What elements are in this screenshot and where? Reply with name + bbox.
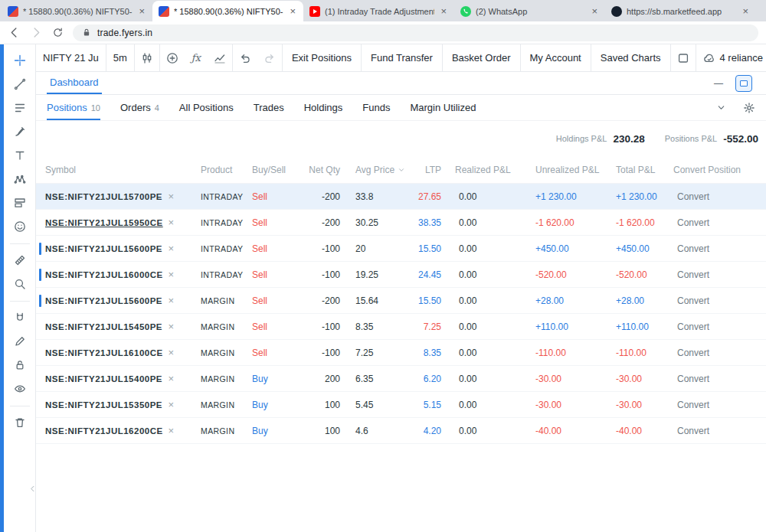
- column-header-avg-price[interactable]: Avg Price: [340, 165, 407, 175]
- long-position-icon[interactable]: [8, 191, 31, 214]
- unrealized-pnl: -30.00: [515, 400, 612, 410]
- net-qty: 100: [304, 400, 340, 410]
- tab-positions[interactable]: Positions10: [47, 95, 100, 120]
- undo-icon[interactable]: [233, 44, 257, 71]
- basket-order-button[interactable]: Basket Order: [443, 44, 520, 71]
- tab-funds[interactable]: Funds: [362, 95, 390, 120]
- convert-button[interactable]: Convert: [669, 426, 765, 436]
- chevron-down-icon[interactable]: [716, 103, 726, 113]
- close-position-icon[interactable]: ×: [168, 269, 174, 280]
- browser-tab[interactable]: (1) Intraday Trade Adjustments |×: [303, 1, 454, 21]
- convert-button[interactable]: Convert: [669, 295, 765, 306]
- back-icon[interactable]: [8, 26, 21, 39]
- reload-icon[interactable]: [52, 27, 64, 38]
- url-bar[interactable]: trade.fyers.in: [73, 24, 758, 41]
- layout-select-icon[interactable]: [671, 44, 696, 71]
- symbol-search-button[interactable]: NIFTY 21 Ju: [36, 44, 106, 71]
- net-qty: -200: [304, 217, 340, 228]
- fund-transfer-button[interactable]: Fund Transfer: [362, 44, 442, 71]
- fib-retracement-icon[interactable]: [8, 96, 31, 119]
- close-position-icon[interactable]: ×: [168, 191, 174, 202]
- close-position-icon[interactable]: ×: [168, 399, 174, 410]
- convert-button[interactable]: Convert: [669, 243, 765, 254]
- convert-button[interactable]: Convert: [669, 374, 765, 384]
- chart-template-icon[interactable]: [208, 44, 232, 71]
- table-row[interactable]: NSE:NIFTY21JUL15700PE×INTRADAYSell-20033…: [36, 184, 766, 210]
- browser-tab[interactable]: (2) WhatsApp×: [454, 1, 605, 21]
- table-row[interactable]: NSE:NIFTY21JUL15400PE×MARGINBuy2006.356.…: [36, 366, 766, 392]
- eye-icon[interactable]: [8, 377, 31, 400]
- convert-button[interactable]: Convert: [669, 400, 765, 410]
- positions-pnl-label: Positions P&L: [665, 134, 717, 143]
- close-position-icon[interactable]: ×: [168, 217, 174, 228]
- close-position-icon[interactable]: ×: [168, 425, 174, 436]
- table-row[interactable]: NSE:NIFTY21JUL15350PE×MARGINBuy1005.455.…: [36, 392, 766, 418]
- table-row[interactable]: NSE:NIFTY21JUL16000CE×INTRADAYSell-10019…: [36, 262, 766, 288]
- close-position-icon[interactable]: ×: [168, 243, 174, 254]
- table-row[interactable]: NSE:NIFTY21JUL16100CE×MARGINSell-1007.25…: [36, 340, 766, 366]
- xabcd-pattern-icon[interactable]: [8, 168, 31, 191]
- saved-layout-dropdown[interactable]: 4 reliance: [696, 44, 766, 71]
- convert-button[interactable]: Convert: [669, 269, 765, 280]
- forward-icon[interactable]: [30, 26, 43, 39]
- close-position-icon[interactable]: ×: [168, 373, 174, 384]
- browser-tab[interactable]: https://sb.marketfeed.app×: [605, 1, 756, 21]
- table-row[interactable]: NSE:NIFTY21JUL15600PE×MARGINSell-20015.6…: [36, 288, 766, 314]
- convert-button[interactable]: Convert: [669, 348, 765, 358]
- tab-close-icon[interactable]: ×: [741, 6, 750, 16]
- table-row[interactable]: NSE:NIFTY21JUL15950CE×INTRADAYSell-20030…: [36, 210, 766, 236]
- interval-button[interactable]: 5m: [106, 44, 134, 71]
- tab-holdings[interactable]: Holdings: [304, 95, 343, 120]
- divider: [10, 243, 30, 244]
- edit-icon[interactable]: [8, 330, 31, 353]
- close-position-icon[interactable]: ×: [168, 347, 174, 358]
- buy-sell: Buy: [252, 374, 304, 384]
- indicators-icon[interactable]: ƒx: [185, 44, 208, 71]
- minimize-icon[interactable]: —: [714, 78, 723, 89]
- convert-button[interactable]: Convert: [669, 321, 765, 332]
- tab-close-icon[interactable]: ×: [137, 6, 146, 16]
- text-icon[interactable]: [8, 144, 31, 167]
- close-position-icon[interactable]: ×: [168, 321, 174, 332]
- collapse-sidebar-button[interactable]: [28, 482, 37, 496]
- table-row[interactable]: NSE:NIFTY21JUL15600PE×INTRADAYSell-10020…: [36, 236, 766, 262]
- net-qty: -100: [304, 243, 340, 254]
- close-position-icon[interactable]: ×: [168, 295, 174, 306]
- tab-dashboard[interactable]: Dashboard: [47, 72, 102, 94]
- trendline-icon[interactable]: [8, 73, 31, 96]
- settings-gear-icon[interactable]: [743, 102, 755, 114]
- convert-button[interactable]: Convert: [669, 217, 765, 228]
- tab-close-icon[interactable]: ×: [590, 6, 599, 16]
- candlestick-style-icon[interactable]: [135, 44, 159, 71]
- tab-margin-utilized[interactable]: Margin Utilized: [410, 95, 476, 120]
- browser-tab[interactable]: * 15880.90(0.36%) NIFTY50-INDE×: [152, 1, 303, 21]
- tab-trades[interactable]: Trades: [254, 95, 284, 120]
- table-row[interactable]: NSE:NIFTY21JUL16200CE×MARGINBuy1004.64.2…: [36, 418, 766, 444]
- tab-close-icon[interactable]: ×: [288, 6, 297, 16]
- emoji-icon[interactable]: [8, 215, 31, 238]
- browser-tab[interactable]: * 15880.90(0.36%) NIFTY50-INDE×: [2, 1, 152, 21]
- table-row[interactable]: NSE:NIFTY21JUL15450PE×MARGINSell-1008.35…: [36, 314, 766, 340]
- compare-add-icon[interactable]: [160, 44, 185, 71]
- saved-charts-button[interactable]: Saved Charts: [591, 44, 670, 71]
- redo-icon[interactable]: [257, 44, 282, 71]
- restore-window-button[interactable]: [735, 75, 752, 92]
- measure-icon[interactable]: [8, 249, 31, 272]
- crosshair-icon[interactable]: [8, 49, 31, 72]
- convert-button[interactable]: Convert: [669, 191, 765, 202]
- tab-orders[interactable]: Orders4: [120, 95, 159, 120]
- tab-close-icon[interactable]: ×: [439, 6, 448, 16]
- ltp: 4.20: [407, 426, 441, 436]
- column-header-buy-sell: Buy/Sell: [252, 165, 304, 175]
- tab-all-positions[interactable]: All Positions: [179, 95, 234, 120]
- exit-positions-button[interactable]: Exit Positions: [283, 44, 361, 71]
- trash-icon[interactable]: [8, 411, 31, 434]
- zoom-icon[interactable]: [8, 273, 31, 295]
- magnet-icon[interactable]: [8, 306, 31, 329]
- my-account-button[interactable]: My Account: [521, 44, 591, 71]
- total-pnl: -40.00: [612, 426, 669, 436]
- avg-price: 20: [340, 243, 407, 254]
- drawing-tools-sidebar: [4, 44, 36, 532]
- brush-icon[interactable]: [8, 120, 31, 143]
- lock-icon[interactable]: [8, 354, 31, 377]
